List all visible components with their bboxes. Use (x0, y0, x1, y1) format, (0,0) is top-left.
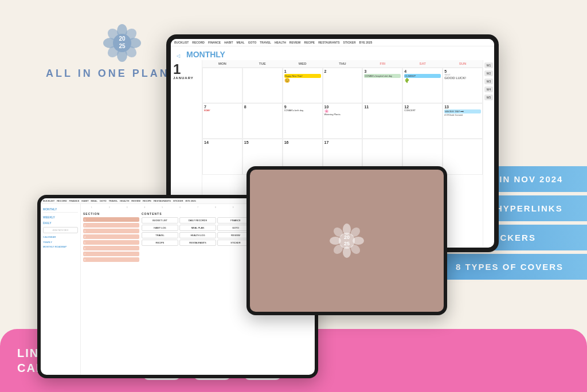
content-daily: DAILY RECORDS (179, 217, 216, 224)
sec-8: 8 (83, 257, 139, 262)
cell-jan13: 13 WINTER TRIP ⟶ 4 O'Clock Concert (443, 103, 483, 139)
content-meal: MEAL PLAN (179, 225, 216, 231)
sidebar-monthly: MONTHLY (43, 206, 78, 213)
nav-bye: BYE 2025 (359, 41, 373, 44)
snav-sticker: STICKER (173, 199, 183, 202)
snav-restaurants: RESTAURANTS (154, 199, 171, 202)
content-recipe: RECIPE (142, 240, 178, 246)
sidebar-calendar: CALENDAR (43, 234, 78, 240)
badge-covers: 8 TYPES OF COVERS (426, 254, 587, 280)
content-restaurants: RESTAURANTS (179, 240, 216, 246)
cell-jan20 (443, 139, 483, 174)
snav-bye: BYE 2025 (185, 199, 195, 202)
nav-restaurants: RESTAURANTS (318, 41, 339, 44)
nav-meal: MEAL (236, 41, 244, 44)
nav-review: REVIEW (289, 41, 301, 44)
snav-finance: FINANCE (69, 199, 80, 202)
overview-sidebar: MONTHLY WEEKLY DAILY 2024 NOV DEC CALEND… (41, 204, 81, 375)
sec-4: 4 (83, 234, 139, 239)
cell-jan7: 7 BDAY (202, 103, 242, 139)
mini-jul: 7 (189, 206, 206, 209)
sec-3: 3 (83, 229, 139, 233)
snav-goto: GOTO (100, 199, 107, 202)
week-w4: W4 (484, 87, 493, 92)
day-wed: WED (283, 60, 323, 67)
snav-health: HEALTH (120, 199, 129, 202)
contents-col: CONTENTS BUCKET LIST DAILY RECORDS FINAN… (142, 212, 254, 262)
snav-record: RECORD (57, 199, 66, 202)
week-w2: W2 (484, 70, 493, 76)
sidebar-weekly: WEEKLY (43, 214, 78, 220)
svg-text:25: 25 (119, 43, 126, 49)
cell-jan5: 5 TEST GOOD LUCK! (443, 68, 483, 103)
day-sun: SUN (443, 60, 483, 67)
nav-goto: GOTO (248, 41, 257, 44)
day-fri: FRI (362, 60, 402, 67)
snav-habit: HABIT (81, 199, 88, 202)
cell-jan3: 3 CONAN's hospital visit day (362, 68, 402, 103)
day-mon: MON (202, 60, 242, 67)
week-w1: W1 (484, 62, 493, 68)
mini-may: 5 (154, 206, 171, 209)
nav-health: HEALTH (275, 41, 286, 44)
nav-record: RECORD (192, 41, 205, 44)
contents-title: CONTENTS (142, 212, 254, 215)
section-title: SECTION (83, 212, 139, 215)
tablet-cover: 20 25 (246, 166, 447, 315)
content-health: HEALTH LOG (179, 232, 216, 238)
svg-text:20: 20 (119, 36, 126, 42)
cell-jan14: 14 (202, 139, 242, 174)
mini-jan: 1 (83, 206, 100, 209)
cell-empty2 (242, 68, 283, 103)
week-w5: W5 (484, 95, 493, 100)
mini-aug: 8 (207, 206, 224, 209)
nav-recipe: RECIPE (304, 41, 315, 44)
cell-jan4: 4 CLEANUP 🌵 (402, 68, 443, 103)
day-tue: TUE (242, 60, 283, 67)
monthly-header: ◁ MONTHLY (171, 46, 494, 60)
nav-habit: HABIT (224, 41, 233, 44)
mini-sep: 9 (225, 206, 242, 209)
snav-meal: MEAL (91, 199, 97, 202)
cell-jan11: 11 (362, 103, 402, 139)
nav-bucklist: BUCKLIST (174, 41, 189, 44)
mini-feb: 2 (101, 206, 118, 209)
sec-2: 2 (83, 223, 139, 228)
sidebar-yearly: YEARLY (43, 240, 78, 245)
mini-jun: 6 (171, 206, 189, 209)
content-bucket: BUCKET LIST (142, 217, 178, 224)
sec-7: 7 (83, 252, 139, 256)
sec-1: 1 (83, 217, 139, 222)
snav-review: REVIEW (131, 199, 140, 202)
cell-jan1: 1 Happy New Year! 😊 (283, 68, 323, 103)
content-habit: HABIT LOG (142, 225, 178, 231)
cell-empty1 (202, 68, 242, 103)
calendar-nav: BUCKLIST RECORD FINANCE HABIT MEAL GOTO … (171, 39, 494, 46)
nav-sticker: STICKER (343, 41, 356, 44)
day-sat: SAT (402, 60, 443, 67)
mini-apr: 4 (136, 206, 154, 209)
sidebar-roadmap: MONTHLY ROADMAP (43, 245, 78, 250)
sidebar-2024: 2024 NOV DEC (43, 227, 78, 233)
flower-logo: 20 25 (102, 23, 142, 63)
nav-travel: TRAVEL (260, 41, 271, 44)
cell-jan2: 2 (323, 68, 363, 103)
week-w3: W3 (484, 79, 493, 84)
day-thu: THU (323, 60, 363, 67)
sec-5: 5 (83, 240, 139, 245)
monthly-label: MONTHLY (186, 50, 225, 59)
snav-travel: TRAVEL (109, 199, 118, 202)
cover-flower: 20 25 (330, 224, 364, 258)
nav-finance: FINANCE (208, 41, 221, 44)
svg-text:25: 25 (344, 241, 350, 246)
mini-mar: 3 (119, 206, 136, 209)
section-col: SECTION 1 2 3 4 5 6 7 8 (83, 212, 139, 262)
tablet-cover-screen: 20 25 (250, 170, 444, 312)
svg-text:20: 20 (344, 234, 350, 240)
cell-jan9: 9 CONAN's beth day (283, 103, 323, 139)
snav-bucklist: BUCKLIST (43, 199, 54, 202)
snav-recipe: RECIPE (143, 199, 151, 202)
sec-6: 6 (83, 246, 139, 250)
cell-jan10: 10 🌸 Watering Plants (323, 103, 363, 139)
content-travel: TRAVEL (142, 232, 178, 238)
